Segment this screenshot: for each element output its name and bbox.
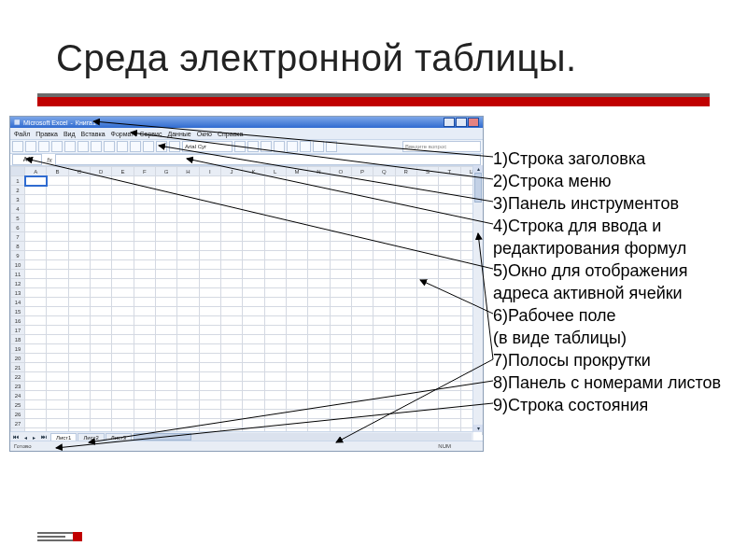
chart-icon[interactable] [156, 141, 167, 152]
legend-item-6a: 6)Рабочее поле [493, 304, 747, 327]
worksheet-grid[interactable]: ABCDEFGHIJKLMNOPQRSTU1234567891011121314… [10, 166, 483, 435]
legend-item-2: 2)Строка меню [493, 170, 747, 192]
name-box[interactable]: A1 [12, 154, 42, 165]
menu-window[interactable]: Окно [197, 131, 212, 137]
fx-icon[interactable]: fx [44, 157, 55, 163]
paste-icon[interactable] [91, 141, 102, 152]
status-numlock: NUM [438, 441, 451, 451]
menu-insert[interactable]: Вставка [81, 131, 106, 137]
print-icon[interactable] [51, 141, 63, 152]
zoom-icon[interactable] [169, 141, 180, 152]
legend-item-5b: адреса активной ячейки [493, 282, 747, 304]
formula-input[interactable] [55, 154, 481, 165]
sheet-nav-first-icon[interactable]: ⏮ [10, 434, 21, 440]
vertical-scrollbar[interactable]: ▴ ▾ [472, 165, 483, 432]
legend-item-8: 8)Панель с номерами листов [493, 371, 747, 394]
save-icon[interactable] [38, 141, 49, 152]
sum-icon[interactable] [130, 141, 141, 152]
menu-file[interactable]: Файл [14, 131, 30, 137]
help-search-input[interactable]: Введите вопрос [402, 141, 481, 152]
slide-title: Среда электронной таблицы. [56, 37, 577, 79]
app-name: Microsoft Excel [23, 119, 67, 126]
excel-icon: ▦ [14, 119, 21, 126]
scroll-up-icon[interactable]: ▴ [473, 165, 483, 173]
status-bar: Готово NUM [10, 441, 483, 451]
formula-bar-row: A1 fx [10, 154, 483, 166]
horizontal-scrollbar[interactable] [134, 433, 472, 441]
vscroll-thumb[interactable] [474, 173, 482, 203]
menu-tools[interactable]: Сервис [139, 131, 162, 137]
menu-edit[interactable]: Правка [35, 131, 58, 137]
titlebar: ▦ Microsoft Excel - Книга1 [10, 117, 483, 128]
menu-view[interactable]: Вид [63, 131, 76, 137]
underline-icon[interactable] [261, 141, 272, 152]
window-buttons [444, 118, 479, 127]
legend-item-5a: 5)Окно для отображения [493, 259, 747, 282]
legend-item-7: 7)Полосы прокрутки [493, 349, 747, 371]
copy-icon[interactable] [78, 141, 89, 152]
sheet-nav-next-icon[interactable]: ▸ [30, 434, 38, 441]
legend-list: 1)Строка заголовка 2)Строка меню 3)Панел… [493, 147, 747, 416]
align-center-icon[interactable] [287, 141, 298, 152]
sheet-nav-prev-icon[interactable]: ◂ [21, 434, 30, 441]
slide: Среда электронной таблицы. ▦ Microsoft E… [0, 0, 747, 560]
title-underline-red [37, 97, 710, 106]
sort-icon[interactable] [143, 141, 154, 152]
hscroll-thumb[interactable] [134, 433, 191, 441]
align-right-icon[interactable] [300, 141, 311, 152]
menubar: Файл Правка Вид Вставка Формат Сервис Да… [10, 128, 483, 139]
borders-icon[interactable] [313, 141, 324, 152]
italic-icon[interactable] [247, 141, 259, 152]
status-ready: Готово [14, 441, 32, 451]
undo-icon[interactable] [104, 141, 115, 152]
open-icon[interactable] [25, 141, 36, 152]
maximize-button[interactable] [456, 118, 467, 127]
cut-icon[interactable] [64, 141, 76, 152]
minimize-button[interactable] [444, 118, 455, 127]
new-icon[interactable] [12, 141, 23, 152]
slide-decoration-square [73, 532, 82, 541]
doc-name: Книга1 [76, 119, 96, 126]
legend-item-4a: 4)Строка для ввода и [493, 215, 747, 237]
bold-icon[interactable] [234, 141, 246, 152]
legend-item-1: 1)Строка заголовка [493, 147, 747, 170]
fill-icon[interactable] [326, 141, 337, 152]
redo-icon[interactable] [117, 141, 128, 152]
menu-data[interactable]: Данные [167, 131, 190, 137]
close-button[interactable] [468, 118, 479, 127]
excel-window: ▦ Microsoft Excel - Книга1 Файл Правка В… [9, 116, 484, 452]
scroll-down-icon[interactable]: ▾ [473, 425, 483, 432]
sheet-nav-last-icon[interactable]: ⏭ [38, 434, 49, 440]
menu-format[interactable]: Формат [111, 131, 134, 137]
legend-item-6b: (в виде таблицы) [493, 327, 747, 349]
legend-item-9: 9)Строка состояния [493, 394, 747, 416]
align-left-icon[interactable] [274, 141, 285, 152]
font-select[interactable]: Arial Cyr [182, 141, 233, 152]
legend-item-4b: редактирования формул [493, 237, 747, 259]
menu-help[interactable]: Справка [218, 131, 243, 137]
toolbar: Arial Cyr Введите вопрос [10, 139, 483, 154]
legend-item-3: 3)Панель инструментов [493, 192, 747, 215]
